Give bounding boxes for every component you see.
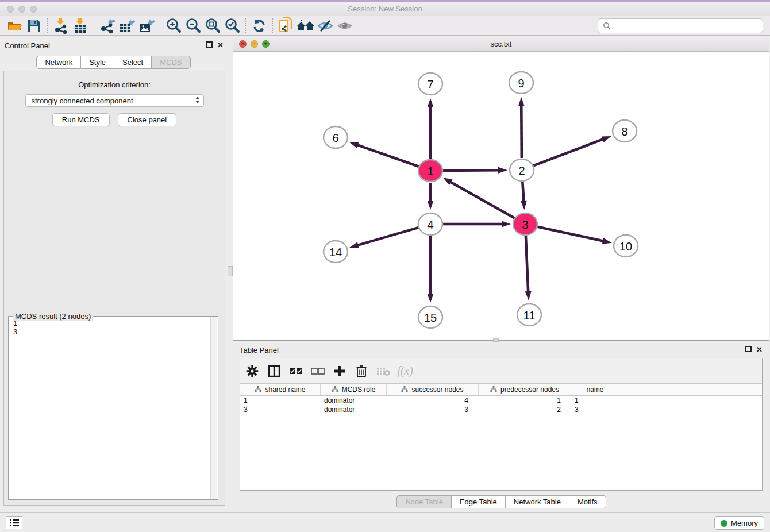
graph-edge-3-10[interactable] [537,226,604,241]
close-panel-icon[interactable]: ✕ [756,346,763,354]
zoom-in-button[interactable] [164,16,183,36]
delete-table-button[interactable] [376,364,391,379]
graph-node-label: 9 [518,77,524,90]
close-panel-icon[interactable]: ✕ [217,41,224,49]
select-all-button[interactable] [288,364,303,379]
table-toolbar: f(x) [240,358,762,383]
deselect-all-button[interactable] [310,364,325,379]
column-type-icon [490,386,497,392]
show-all-button[interactable] [335,16,355,36]
graph-edge-2-3[interactable] [522,182,523,202]
tab-motifs[interactable]: Motifs [569,495,606,508]
import-network-icon [53,17,69,34]
import-network-button[interactable] [51,16,71,36]
import-table-button[interactable] [71,16,90,36]
graph-arrowhead [518,97,525,106]
column-header-successor-nodes[interactable]: successor nodes [387,384,479,395]
column-header-shared-name[interactable]: shared name [240,384,321,395]
open-session-button[interactable] [5,16,24,36]
network-window-titlebar: ✕ − + scc.txt [233,36,769,52]
zoom-selected-button[interactable] [222,16,242,36]
refresh-button[interactable] [249,16,269,36]
export-network-icon [99,17,116,34]
graph-edge-2-8[interactable] [533,139,604,166]
function-builder-button[interactable]: f(x) [398,364,413,379]
graph-node-label: 15 [424,311,437,324]
graph-node-label: 10 [619,240,632,253]
add-column-button[interactable] [332,364,347,379]
network-file-icon [278,17,295,35]
export-network-button[interactable] [98,16,117,36]
tab-network-table[interactable]: Network Table [506,495,569,508]
tab-style[interactable]: Style [81,56,114,69]
zoom-out-button[interactable] [183,16,203,36]
delete-table-icon [376,366,390,376]
cell-name: 3 [571,405,619,414]
network-canvas[interactable]: 7968124314101511 [233,52,769,340]
graph-edge-3-11[interactable] [526,236,528,292]
task-history-button[interactable] [6,516,22,529]
export-image-button[interactable] [137,16,156,36]
float-panel-icon[interactable] [206,41,213,48]
export-table-button[interactable] [117,16,137,36]
column-header-name[interactable]: name [571,384,619,395]
home-icon [296,18,315,34]
graph-edge-3-1[interactable] [450,182,515,218]
table-panel-title: Table Panel [240,346,279,354]
export-table-icon [118,17,136,34]
table-settings-button[interactable] [245,364,260,379]
save-session-button[interactable] [24,16,44,36]
close-panel-button[interactable]: Close panel [118,113,177,126]
search-input[interactable] [614,22,758,30]
graph-edge-1-6[interactable] [357,145,419,167]
network-view-window: ✕ − + scc.txt 7968124314101511 [233,36,769,341]
memory-button[interactable]: Memory [714,516,764,530]
panel-splitter-handle[interactable] [228,266,233,276]
tab-node-table[interactable]: Node Table [396,495,452,508]
status-bar: Memory [0,512,770,532]
unchecked-boxes-icon [311,367,325,375]
show-columns-button[interactable] [267,364,282,379]
zoom-fit-button[interactable] [203,16,222,36]
network-file-button[interactable] [276,16,296,36]
graph-edge-4-14[interactable] [357,228,418,245]
table-row[interactable]: 1 dominator 4 1 1 [240,396,762,405]
memory-label: Memory [731,519,758,527]
tab-edge-table[interactable]: Edge Table [452,495,506,508]
result-scrollbar[interactable] [210,317,217,499]
graph-arrowhead [498,167,507,174]
graph-edge-2-9[interactable] [521,105,522,158]
column-header-predecessor-nodes[interactable]: predecessor nodes [479,384,571,395]
criterion-dropdown[interactable]: strongly connected component [25,94,204,107]
graph-node-label: 11 [523,309,536,322]
cell-mcds-role: dominator [321,396,387,405]
zoom-in-icon [165,17,182,34]
search-field[interactable] [598,18,763,33]
graph-arrowhead [428,201,434,210]
gear-icon [245,364,259,378]
tab-select[interactable]: Select [114,56,152,69]
graph-arrowhead [502,221,511,228]
tab-mcds[interactable]: MCDS [152,56,190,69]
tab-network[interactable]: Network [36,56,81,69]
node-table[interactable]: shared name MCDS role successor nodes pr… [240,383,762,490]
cell-predecessor-nodes: 2 [479,405,571,414]
delete-column-button[interactable] [354,364,369,379]
cell-shared-name: 1 [240,396,321,405]
run-mcds-button[interactable]: Run MCDS [52,113,110,126]
memory-status-icon [721,520,727,527]
column-header-mcds-role[interactable]: MCDS role [321,384,387,395]
dropdown-stepper-icon [195,97,200,103]
table-row[interactable]: 3 dominator 3 2 3 [240,405,762,414]
float-panel-icon[interactable] [745,346,752,352]
control-panel-header: Control Panel ✕ [0,39,227,53]
table-panel-content: f(x) shared name MCDS role successor n [240,358,763,491]
mcds-result-text[interactable]: 1 3 [10,319,210,498]
network-graph[interactable]: 7968124314101511 [233,52,769,340]
graph-node-label: 8 [621,125,627,138]
graph-edge-1-2[interactable] [442,170,499,171]
graph-arrowhead [525,291,532,300]
home-button[interactable] [296,16,315,36]
desktop-edge [0,0,770,2]
hide-selected-button[interactable] [315,16,335,36]
